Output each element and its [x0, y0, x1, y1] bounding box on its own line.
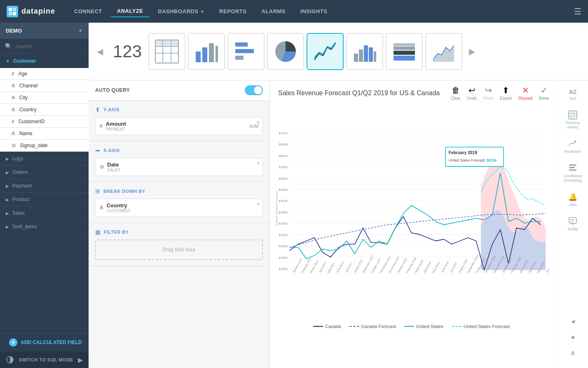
y-axis-section: ⬆ Y-AXIS # Amount Payment SUM ×: [89, 101, 269, 141]
svg-text:April 2018: April 2018: [423, 261, 432, 274]
break-down-field[interactable]: A Country Customer ×: [95, 199, 263, 217]
x-axis-field[interactable]: ⊙ Date Sales ×: [95, 158, 263, 176]
svg-text:February 2019: February 2019: [449, 150, 477, 155]
switch-sql-mode[interactable]: SWITCH TO SQL MODE ▶: [0, 352, 89, 368]
bottom-section: AUTO QUERY ⬆ Y-AXIS # Amount: [89, 80, 588, 368]
nav-dashboards[interactable]: DASHBOARDS▼: [152, 6, 211, 17]
svg-text:United States Forecast: $533k: United States Forecast: $533k: [449, 158, 497, 162]
undo-button[interactable]: ↩ Undo: [467, 85, 477, 101]
clear-icon: 🗑: [452, 86, 460, 95]
sidebar-item-channel[interactable]: A Channel: [0, 80, 89, 92]
side-panel-collapse-button[interactable]: ◀: [568, 314, 577, 328]
prediction-tool-button[interactable]: Prediction: [558, 135, 588, 159]
conditional-formatting-label: Conditional Formatting: [560, 174, 586, 183]
sort-tool-button[interactable]: AZ Sort: [558, 84, 588, 105]
y-axis-header: ⬆ Y-AXIS: [95, 106, 263, 113]
nav-insights[interactable]: INSIGHTS: [294, 6, 334, 17]
chart-toolbar-next-icon[interactable]: ▶: [466, 43, 478, 60]
clear-button[interactable]: 🗑 Clear: [451, 86, 461, 101]
previous-period-label: Previous Period: [560, 121, 586, 130]
legend-us-line: [404, 326, 414, 327]
chevron-right-icon: ▶: [6, 157, 9, 161]
export-button[interactable]: ⬆ Export: [500, 85, 512, 101]
legend-canada: Canada: [313, 324, 341, 329]
nav-alarms[interactable]: ALARMS: [255, 6, 292, 17]
x-axis-field-remove-icon[interactable]: ×: [257, 160, 260, 166]
demo-selector[interactable]: DEMO ▼: [0, 23, 89, 39]
chart-type-table[interactable]: [148, 33, 185, 70]
sidebar-group-logs-label: Logs: [12, 156, 23, 162]
sidebar-group-customer: ▼ Customer # Age A Channel A City A Coun…: [0, 54, 89, 152]
chart-svg: $700k $650k $600k $550k $500k $450k $400…: [274, 105, 549, 319]
filter-drag-placeholder: Drag field here: [95, 239, 263, 260]
number-icon: #: [12, 119, 14, 124]
svg-rect-94: [569, 167, 575, 168]
chart-type-area[interactable]: [425, 33, 462, 70]
sidebar-group-product-label: Product: [12, 197, 29, 202]
auto-query-row: AUTO QUERY: [89, 80, 269, 101]
switch-sql-label: SWITCH TO SQL MODE: [19, 357, 73, 362]
filter-by-label: FILTER BY: [104, 230, 129, 234]
break-down-field-remove-icon[interactable]: ×: [257, 201, 260, 207]
svg-text:$100k: $100k: [279, 267, 288, 271]
svg-rect-12: [202, 47, 207, 62]
add-calculated-field-button[interactable]: + ADD CALCULATED FIELD: [0, 333, 89, 352]
redo-button[interactable]: ↪ Redo: [483, 85, 493, 101]
discard-button[interactable]: ✕ Discard: [518, 85, 532, 101]
x-axis-label: X-AXIS: [103, 148, 120, 153]
legend-us-label: United States: [416, 324, 443, 329]
logo[interactable]: datapine: [7, 6, 55, 17]
sidebar-item-name[interactable]: A Name: [0, 128, 89, 140]
x-axis-icon: ➡: [95, 147, 100, 154]
side-panel-option-button[interactable]: ◆: [568, 330, 577, 344]
nav-connect[interactable]: CONNECT: [68, 6, 109, 17]
y-axis-icon: ⬆: [95, 106, 100, 113]
nav-reports[interactable]: REPORTS: [213, 6, 253, 17]
break-down-field-name: Country: [107, 202, 258, 209]
sidebar-group-sales[interactable]: ▶ Sales: [0, 206, 89, 220]
chart-type-column[interactable]: [346, 33, 383, 70]
chart-type-hbar[interactable]: [227, 33, 265, 70]
svg-rect-14: [216, 46, 218, 62]
text-icon: A: [12, 107, 15, 113]
prediction-icon: [568, 139, 577, 148]
y-axis-field-remove-icon[interactable]: ×: [257, 119, 260, 126]
chart-type-pie[interactable]: [267, 33, 304, 70]
sidebar-group-product[interactable]: ▶ Product: [0, 193, 89, 206]
side-panel-text-button[interactable]: A: [568, 346, 577, 361]
svg-rect-96: [569, 218, 576, 223]
hamburger-menu[interactable]: ☰: [574, 7, 581, 16]
chart-type-stacked[interactable]: [386, 33, 423, 70]
search-input[interactable]: [15, 43, 84, 49]
tooltip-tool-button[interactable]: Tooltip: [558, 213, 588, 236]
sidebar-item-city[interactable]: A City: [0, 92, 89, 104]
sidebar-item-customerid[interactable]: # CustomerID: [0, 116, 89, 128]
alert-tool-button[interactable]: 🔔 Alert: [558, 188, 588, 212]
svg-rect-21: [364, 45, 368, 62]
sidebar-item-age[interactable]: # Age: [0, 68, 89, 80]
svg-rect-0: [9, 8, 12, 11]
chart-type-line[interactable]: [307, 33, 344, 70]
nav-analyze[interactable]: ANALYZE: [110, 5, 150, 17]
svg-text:$350k: $350k: [279, 211, 288, 214]
chevron-right-icon: ▶: [6, 170, 9, 175]
y-axis-field[interactable]: # Amount Payment SUM ×: [95, 117, 263, 135]
sidebar-group-customer-header[interactable]: ▼ Customer: [0, 54, 89, 68]
chart-toolbar-prev-icon[interactable]: ◀: [94, 43, 106, 60]
svg-text:$700k: $700k: [279, 131, 288, 135]
previous-period-tool-button[interactable]: Previous Period: [558, 106, 588, 134]
conditional-formatting-tool-button[interactable]: Conditional Formatting: [558, 159, 588, 188]
auto-query-toggle[interactable]: [245, 85, 263, 95]
sidebar-group-sold-items[interactable]: ▶ Sold_items: [0, 220, 89, 234]
filter-icon: ▦: [95, 229, 101, 235]
sidebar-item-country[interactable]: A Country: [0, 104, 89, 116]
collapse-arrow-icon: ◀: [571, 319, 575, 324]
sidebar-item-signup-date[interactable]: ⊙ Signup_date: [0, 140, 89, 152]
chart-type-bar[interactable]: [188, 33, 225, 70]
sidebar-item-channel-label: Channel: [19, 83, 38, 89]
sidebar-group-orders[interactable]: ▶ Orders: [0, 166, 89, 179]
legend-us-forecast-label: United States Forecast: [464, 324, 510, 329]
sidebar-group-logs[interactable]: ▶ Logs: [0, 152, 89, 166]
done-button[interactable]: ✓ Done: [539, 85, 549, 101]
sidebar-group-payment[interactable]: ▶ Payment: [0, 179, 89, 193]
